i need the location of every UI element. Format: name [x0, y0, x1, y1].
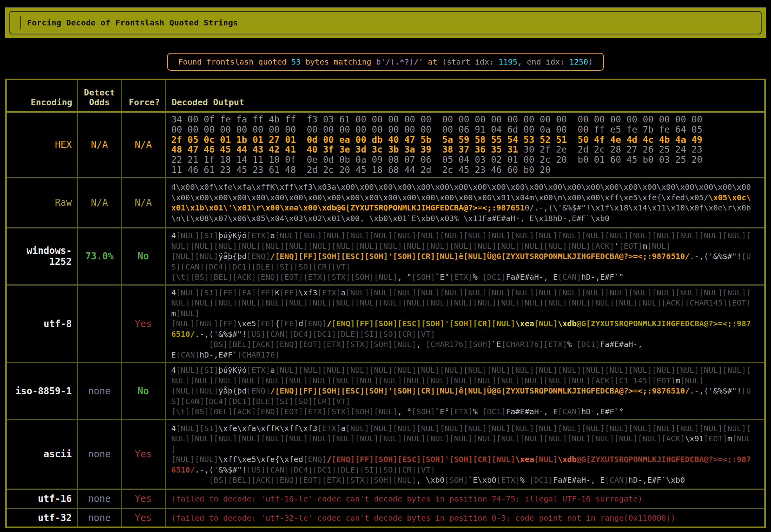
text-segment: [NUL][SI] — [176, 424, 218, 433]
table-row-hex: HEXN/AN/A34 00 0f fe fa ff 4b ff f3 03 6… — [6, 112, 765, 178]
text-segment — [171, 340, 209, 349]
output-cell: 4[NUL][SI]þúÿKÿó[ETX]a[NUL][NUL][NUL][NU… — [165, 363, 765, 420]
detect-odds-cell: none — [77, 489, 121, 509]
table-row-utf8: utf-8Yes4[NUL][SI][FE][FA][FF]K[FF]\xf3[… — [6, 285, 765, 363]
output-line: (failed to decode: 'utf-32-le' codec can… — [171, 513, 759, 523]
text-segment: a — [341, 424, 346, 433]
text-segment: d — [299, 319, 303, 328]
encoding-cell-label: ascii — [43, 449, 72, 460]
text-segment: NUL] — [171, 298, 190, 307]
text-segment: .-,('&%$#"! — [195, 329, 247, 339]
text-segment: þúÿKÿó — [218, 231, 247, 240]
text-segment: `E° — [435, 272, 449, 282]
text-segment: [ — [746, 365, 751, 375]
text-segment: [ENQ][FF][SOH][ESC][SOH]'[SOH][CR][NUL] — [331, 455, 515, 464]
output-line: \n\t\x08\x07\x06\x05\x04\x03\x02\x01\x00… — [171, 213, 759, 224]
detect-odds-cell: N/A — [77, 178, 121, 228]
text-segment: [CHAR176][SOH] — [426, 340, 492, 349]
text-segment: / — [327, 319, 331, 328]
detect-odds-cell: none — [77, 363, 121, 420]
text-segment: [NUL] — [534, 319, 558, 328]
output-line: \x00\x00\x00\x00\x00\x00\x00\x00\x00\x00… — [171, 192, 759, 203]
force-cell: N/A — [121, 178, 165, 228]
force-cell: Yes — [121, 509, 165, 527]
text-segment: [ETX] — [317, 424, 341, 433]
column-header-force: Force? — [121, 79, 165, 112]
output-line: NUL][NUL][NUL][NUL][NUL][NUL][NUL][NUL][… — [171, 433, 759, 444]
encoding-cell: utf-16 — [6, 489, 77, 509]
text-segment: [CAN] — [176, 350, 200, 359]
force-cell: Yes — [121, 285, 165, 363]
text-segment: [SOH] — [412, 272, 435, 282]
text-segment: 34 00 0f fe fa ff 4b ff f3 03 61 00 00 0… — [171, 114, 703, 124]
banner-segment: at — [423, 57, 442, 66]
encoding-cell: ascii — [6, 419, 77, 489]
detect-odds-cell-label: N/A — [91, 139, 108, 150]
text-segment: [ETX] — [449, 272, 473, 282]
text-segment: m — [171, 309, 176, 318]
text-segment: [NUL][SI] — [176, 231, 218, 240]
text-segment: [CHAR176] — [237, 350, 279, 359]
text-segment — [171, 475, 209, 485]
text-segment: , \xb0 — [416, 475, 445, 485]
detect-odds-cell-label: none — [88, 386, 111, 397]
text-segment: 30 2f 2e 2d 2c 28 27 26 25 24 23 — [518, 144, 703, 155]
force-cell: No — [121, 228, 165, 285]
output-line: NUL][NUL][NUL][NUL][NUL][NUL][NUL][NUL][… — [171, 376, 759, 386]
text-segment: \x91 — [685, 434, 704, 443]
output-line: ] — [171, 444, 759, 455]
text-segment: % — [567, 340, 576, 349]
force-cell: Yes — [121, 489, 165, 509]
text-segment: a — [270, 365, 275, 375]
banner-container: Found frontslash quoted 53 bytes matchin… — [0, 53, 771, 71]
output-line: 4[NUL][SI]\xfe\xfa\xffK\xff\xf3[ETX]a[NU… — [171, 423, 759, 434]
detect-odds-cell: 73.0% — [77, 228, 121, 285]
output-line: (failed to decode: 'utf-16-le' codec can… — [171, 494, 759, 504]
output-line: [NUL][NUL]\xff\xe5\xfe{\xfed[ENQ]/[ENQ][… — [171, 454, 759, 465]
text-segment: [SOH] — [445, 475, 468, 485]
text-segment: .-,('&%$#"! — [195, 465, 247, 474]
output-line: 11 46 61 23 45 23 61 48 2d 2c 20 45 18 6… — [171, 165, 759, 175]
text-segment: [DC1] — [482, 407, 506, 416]
text-segment: @G[ZYXUTSRQPONMLKJIHGFEDCBA@?>=<;:987 — [576, 319, 751, 328]
text-segment: \xf3 — [299, 288, 317, 297]
text-segment: 6510/ — [171, 329, 195, 339]
text-segment: [NUL][NUL][NUL][NUL][NUL][NUL][NUL][NUL]… — [275, 365, 746, 375]
text-segment: [DC1] — [530, 475, 553, 485]
text-segment: [NUL][NUL] — [171, 252, 218, 261]
text-segment: m — [727, 434, 732, 443]
detect-odds-cell: N/A — [77, 112, 121, 178]
output-line: [BS][BEL][ACK][ENQ][EOT][ETX][STX][SOH][… — [171, 339, 759, 350]
text-segment: [ETX] — [317, 288, 341, 297]
text-segment: \xdb — [558, 319, 576, 328]
text-segment: [ENQ] — [303, 319, 327, 328]
text-segment: [NUL][NUL][NUL][NUL][NUL][NUL][NUL][NUL]… — [346, 424, 746, 433]
text-segment: Fa#E#aH-, E — [506, 407, 557, 416]
banner-segment: 1250 — [569, 57, 588, 66]
text-segment: [ENQ][FF][SOH][ESC][SOH]'[SOH][CR][NUL] — [331, 319, 515, 328]
text-segment: [NUL] — [647, 241, 671, 251]
text-segment: [DC1] — [482, 272, 506, 282]
text-segment: [ETX] — [449, 407, 473, 416]
text-segment: ‘ — [614, 241, 619, 251]
text-segment: (failed to decode: 'utf-32-le' codec can… — [171, 513, 676, 523]
output-line: [BS][BEL][ACK][ENQ][EOT][ETX][STX][SOH][… — [171, 475, 759, 485]
text-segment: 4 — [171, 231, 176, 240]
text-segment: a — [341, 288, 346, 297]
text-segment: 4 — [171, 424, 176, 433]
table-row-iso: iso-8859-1noneNo4[NUL][SI]þúÿKÿó[ETX]a[N… — [6, 363, 765, 420]
banner-segment: 1195 — [499, 57, 517, 66]
text-segment: [FF] — [279, 288, 298, 297]
output-line: [\t][BS][BEL][ACK][ENQ][EOT][ETX][STX][S… — [171, 406, 759, 417]
text-segment: % — [473, 272, 482, 282]
text-segment: ] — [171, 444, 176, 454]
text-segment: [EOT] — [619, 241, 642, 251]
output-line: [\t][BS][BEL][ACK][ENQ][EOT][ETX][STX][S… — [171, 272, 759, 282]
text-segment: 4 — [171, 288, 176, 297]
output-line: S][CAN][DC4][DC1][DLE][SI][SO][CR][VT] — [171, 396, 759, 407]
text-segment: , ° — [397, 272, 411, 282]
decode-table-body: HEXN/AN/A34 00 0f fe fa ff 4b ff f3 03 6… — [6, 112, 765, 527]
title-bar: Forcing Decode of Frontslash Quoted Stri… — [5, 7, 766, 38]
table-row-utf32: utf-32noneYes(failed to decode: 'utf-32-… — [6, 509, 765, 527]
output-line: S][CAN][DC4][DC1][DLE][SI][SO][CR][VT] — [171, 262, 759, 272]
